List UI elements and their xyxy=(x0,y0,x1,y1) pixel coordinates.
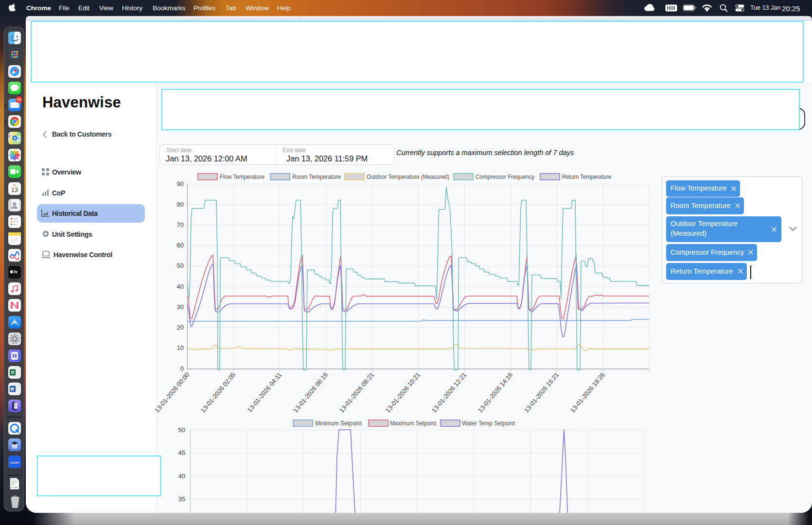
svg-text:tv: tv xyxy=(14,270,18,274)
svg-text:13-01-2026 14:16: 13-01-2026 14:16 xyxy=(477,371,514,414)
svg-text:10: 10 xyxy=(177,344,184,351)
svg-text:30: 30 xyxy=(177,303,184,311)
svg-text:13-01-2026 02:05: 13-01-2026 02:05 xyxy=(199,371,237,414)
svg-text:50: 50 xyxy=(178,426,185,434)
svg-text:35: 35 xyxy=(178,495,185,503)
svg-text:13-01-2026 12:21: 13-01-2026 12:21 xyxy=(430,371,468,414)
svg-text:50: 50 xyxy=(177,262,184,269)
svg-text:Room Temperature: Room Temperature xyxy=(292,174,341,180)
svg-text:Tue: Tue xyxy=(13,184,17,186)
svg-text:Minimum Setpoint: Minimum Setpoint xyxy=(315,420,362,427)
svg-text:Maximum Setpoint: Maximum Setpoint xyxy=(390,420,436,427)
svg-text:20: 20 xyxy=(177,324,184,331)
svg-text:13-01-2026 04:11: 13-01-2026 04:11 xyxy=(246,371,283,414)
svg-text:13-01-2026 08:21: 13-01-2026 08:21 xyxy=(338,371,375,414)
svg-text:80: 80 xyxy=(177,201,184,208)
svg-text:45: 45 xyxy=(178,449,185,456)
svg-text:13-01-2026 16:21: 13-01-2026 16:21 xyxy=(523,371,560,414)
svg-text:Outdoor Temperature (Measured): Outdoor Temperature (Measured) xyxy=(367,174,449,180)
svg-text:Flow Temperature: Flow Temperature xyxy=(220,174,265,180)
svg-text:70: 70 xyxy=(177,221,184,228)
svg-text:13-01-2026 00:00: 13-01-2026 00:00 xyxy=(155,371,191,414)
svg-text:zoom: zoom xyxy=(10,460,18,464)
svg-text:Return Temperature: Return Temperature xyxy=(562,174,611,180)
svg-text:Water Temp Setpoint: Water Temp Setpoint xyxy=(462,420,515,427)
svg-text:40: 40 xyxy=(178,472,185,480)
svg-text:Compressor Frequency: Compressor Frequency xyxy=(476,174,535,180)
svg-text:13-01-2026 06:16: 13-01-2026 06:16 xyxy=(292,371,329,414)
svg-text:40: 40 xyxy=(177,283,184,290)
svg-text:0: 0 xyxy=(180,365,184,372)
svg-text:13-01-2026 10:21: 13-01-2026 10:21 xyxy=(384,371,422,414)
svg-text:60: 60 xyxy=(177,242,184,249)
svg-text:90: 90 xyxy=(177,180,184,188)
svg-text:13: 13 xyxy=(11,187,18,193)
svg-text:13-01-2026 18:26: 13-01-2026 18:26 xyxy=(569,371,606,414)
